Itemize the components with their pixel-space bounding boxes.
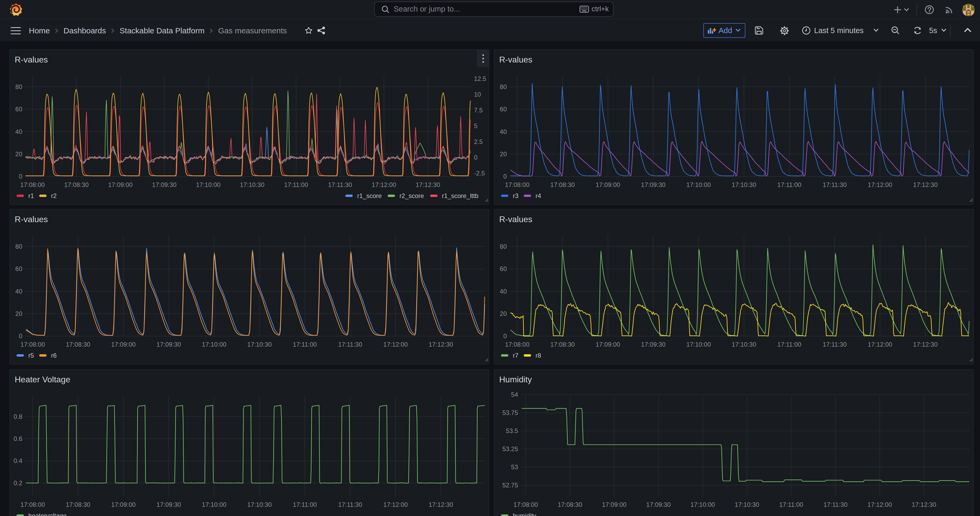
svg-text:17:09:00: 17:09:00 (602, 501, 626, 508)
svg-text:17:10:00: 17:10:00 (202, 341, 226, 348)
svg-text:17:08:00: 17:08:00 (20, 181, 45, 188)
svg-text:0: 0 (19, 333, 22, 339)
svg-text:17:08:30: 17:08:30 (66, 341, 90, 348)
svg-text:r3: r3 (513, 192, 519, 199)
svg-text:17:12:30: 17:12:30 (913, 181, 937, 188)
svg-text:r1: r1 (29, 192, 34, 199)
svg-text:-2.5: -2.5 (474, 170, 485, 177)
svg-text:17:11:00: 17:11:00 (284, 181, 308, 188)
svg-text:17:11:30: 17:11:30 (823, 501, 848, 508)
svg-text:20: 20 (500, 310, 507, 317)
svg-text:0: 0 (474, 154, 477, 161)
svg-text:2.5: 2.5 (474, 138, 483, 145)
svg-text:0.6: 0.6 (14, 435, 22, 442)
svg-text:80: 80 (15, 243, 22, 250)
svg-text:17:09:00: 17:09:00 (595, 341, 620, 348)
svg-text:17:12:00: 17:12:00 (868, 341, 892, 348)
svg-text:r8: r8 (535, 352, 541, 359)
svg-text:17:12:00: 17:12:00 (383, 341, 407, 348)
svg-text:17:11:00: 17:11:00 (777, 341, 802, 348)
svg-text:R-values: R-values (499, 55, 532, 64)
svg-text:17:09:30: 17:09:30 (646, 501, 671, 508)
svg-text:20: 20 (15, 150, 22, 158)
svg-text:17:09:00: 17:09:00 (111, 501, 135, 508)
svg-text:r4: r4 (535, 192, 541, 199)
svg-text:17:12:30: 17:12:30 (913, 341, 937, 348)
svg-text:R-values: R-values (15, 55, 48, 64)
svg-text:40: 40 (15, 128, 22, 135)
svg-text:r7: r7 (513, 352, 519, 359)
svg-text:17:08:30: 17:08:30 (66, 501, 90, 508)
svg-text:12.5: 12.5 (474, 75, 486, 82)
svg-text:52.75: 52.75 (502, 482, 518, 489)
svg-text:17:08:00: 17:08:00 (21, 501, 45, 508)
svg-text:0: 0 (503, 173, 507, 180)
svg-text:17:12:00: 17:12:00 (868, 181, 892, 188)
svg-text:r2: r2 (51, 192, 56, 199)
svg-text:7.5: 7.5 (474, 107, 483, 114)
svg-text:r1_score: r1_score (357, 192, 382, 199)
svg-text:53.25: 53.25 (502, 445, 518, 452)
svg-text:17:08:00: 17:08:00 (505, 181, 529, 188)
svg-text:R-values: R-values (15, 215, 48, 224)
svg-text:40: 40 (500, 288, 507, 295)
svg-text:0.4: 0.4 (14, 457, 22, 464)
svg-text:0: 0 (19, 173, 22, 180)
svg-text:53.5: 53.5 (506, 427, 518, 434)
svg-text:17:12:30: 17:12:30 (429, 341, 453, 348)
svg-text:17:11:30: 17:11:30 (338, 501, 362, 508)
svg-text:17:10:30: 17:10:30 (732, 341, 756, 348)
svg-text:r2_score: r2_score (399, 192, 424, 199)
svg-text:54: 54 (511, 391, 518, 398)
svg-text:17:09:30: 17:09:30 (156, 341, 181, 348)
svg-text:60: 60 (15, 265, 22, 272)
svg-text:r1_score_lttb: r1_score_lttb (442, 192, 479, 199)
svg-text:17:09:30: 17:09:30 (152, 181, 177, 188)
svg-text:60: 60 (500, 105, 507, 113)
svg-text:17:09:30: 17:09:30 (641, 181, 665, 188)
svg-text:Heater Voltage: Heater Voltage (15, 375, 70, 384)
svg-text:17:08:30: 17:08:30 (550, 341, 575, 348)
svg-text:17:09:00: 17:09:00 (595, 181, 620, 188)
svg-text:17:10:30: 17:10:30 (240, 181, 264, 188)
svg-text:17:09:00: 17:09:00 (108, 181, 132, 188)
svg-text:40: 40 (500, 128, 507, 135)
svg-text:60: 60 (15, 105, 22, 113)
svg-text:17:08:00: 17:08:00 (513, 501, 538, 508)
svg-text:53.75: 53.75 (502, 409, 518, 416)
svg-text:17:11:30: 17:11:30 (338, 341, 362, 348)
svg-text:17:08:30: 17:08:30 (550, 181, 575, 188)
svg-text:r5: r5 (29, 352, 34, 359)
svg-text:17:11:00: 17:11:00 (779, 501, 803, 508)
svg-text:0.8: 0.8 (14, 413, 22, 420)
svg-text:40: 40 (15, 288, 22, 295)
svg-text:17:08:30: 17:08:30 (558, 501, 582, 508)
svg-text:17:10:00: 17:10:00 (196, 181, 220, 188)
svg-text:17:12:30: 17:12:30 (912, 501, 936, 508)
svg-text:17:11:00: 17:11:00 (293, 501, 317, 508)
svg-text:17:10:00: 17:10:00 (202, 501, 226, 508)
svg-text:17:10:30: 17:10:30 (247, 501, 272, 508)
svg-text:17:08:00: 17:08:00 (505, 341, 529, 348)
svg-text:R-values: R-values (499, 215, 532, 224)
svg-text:0.2: 0.2 (14, 479, 22, 487)
svg-text:heatervoltage: heatervoltage (29, 512, 67, 516)
svg-text:17:08:00: 17:08:00 (21, 341, 45, 348)
svg-text:17:11:00: 17:11:00 (777, 181, 802, 188)
svg-text:17:10:00: 17:10:00 (686, 341, 711, 348)
svg-text:17:10:30: 17:10:30 (732, 181, 756, 188)
svg-text:0: 0 (503, 333, 507, 339)
svg-text:20: 20 (15, 310, 22, 317)
svg-text:17:11:00: 17:11:00 (293, 341, 317, 348)
svg-text:17:12:30: 17:12:30 (429, 501, 453, 508)
svg-text:5: 5 (474, 123, 477, 129)
svg-text:17:12:00: 17:12:00 (372, 181, 396, 188)
svg-text:80: 80 (15, 83, 22, 90)
svg-text:17:12:30: 17:12:30 (416, 181, 440, 188)
svg-text:17:10:00: 17:10:00 (690, 501, 715, 508)
svg-text:17:10:30: 17:10:30 (247, 341, 272, 348)
svg-text:17:08:30: 17:08:30 (64, 181, 88, 188)
svg-text:80: 80 (500, 243, 507, 250)
svg-text:17:11:30: 17:11:30 (822, 341, 847, 348)
svg-text:80: 80 (500, 83, 507, 90)
